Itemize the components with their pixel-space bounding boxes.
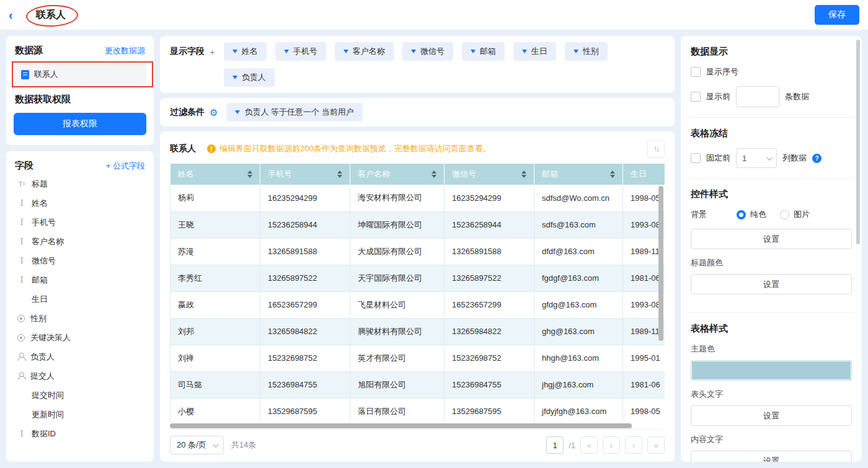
save-button[interactable]: 保存 xyxy=(815,5,859,25)
page-size-select[interactable]: 20 条/页 xyxy=(170,436,224,454)
current-page-input[interactable]: 1 xyxy=(546,436,564,454)
field-item[interactable]: 提交人 xyxy=(14,366,146,386)
display-field-chip[interactable]: 负责人 xyxy=(224,68,275,87)
datasource-item-label: 联系人 xyxy=(34,69,58,80)
field-item[interactable]: 生日 xyxy=(14,289,146,309)
field-item[interactable]: 关键决策人 xyxy=(14,328,146,347)
table-row: 刘邦13265984822腾骏材料有限公司13265984822ghg@163.… xyxy=(170,318,665,345)
help-icon[interactable]: ? xyxy=(812,154,822,163)
sort-icon[interactable] xyxy=(521,170,526,179)
table-cell: 13265984822 xyxy=(260,318,350,345)
sort-icon[interactable] xyxy=(247,170,252,179)
back-icon[interactable]: ‹ xyxy=(9,9,24,21)
display-field-chip[interactable]: 姓名 xyxy=(224,42,267,61)
title-color-set-button[interactable]: 设置 xyxy=(691,274,852,294)
column-header-inner: 手机号 xyxy=(268,169,342,180)
reorder-button[interactable]: ↑↓ xyxy=(647,140,665,157)
show-first-input[interactable] xyxy=(736,86,779,107)
field-item[interactable]: 数据ID xyxy=(14,424,146,443)
display-field-chip[interactable]: 性别 xyxy=(565,42,608,61)
freeze-suffix: 列数据 xyxy=(782,152,807,164)
field-item[interactable]: 姓名 xyxy=(14,193,146,213)
column-header-inner: 生日 xyxy=(631,169,665,180)
column-header[interactable]: 客户名称 xyxy=(350,164,445,185)
field-item[interactable]: 更新时间 xyxy=(14,405,146,424)
sort-icon[interactable] xyxy=(610,170,615,179)
content-text-set-button[interactable]: 设置 xyxy=(691,451,852,462)
table-row: 司马懿15236984755旭阳有限公司15236984755jhgj@163.… xyxy=(170,371,665,398)
field-item[interactable]: 微信号 xyxy=(14,251,146,270)
display-field-chip[interactable]: 手机号 xyxy=(275,42,326,61)
prev-page-button[interactable]: ‹ xyxy=(603,436,620,454)
field-item[interactable]: 手机号 xyxy=(14,213,146,232)
freeze-checkbox[interactable] xyxy=(691,153,701,163)
table-cell: 司马懿 xyxy=(170,371,260,398)
add-display-field-button[interactable]: + xyxy=(210,46,215,57)
fields-panel: 字段 + 公式字段 标题姓名手机号客户名称微信号邮箱生日性别关键决策人负责人提交… xyxy=(6,151,154,462)
display-field-chip[interactable]: 微信号 xyxy=(402,42,453,61)
column-header[interactable]: 生日 xyxy=(623,164,665,185)
column-header[interactable]: 微信号 xyxy=(445,164,534,185)
freeze-title: 表格冻结 xyxy=(691,128,852,139)
chevron-down-icon xyxy=(766,154,773,161)
column-header[interactable]: 邮箱 xyxy=(534,164,623,185)
text-icon xyxy=(17,237,26,246)
display-field-chip[interactable]: 生日 xyxy=(513,42,556,61)
chevron-down-icon xyxy=(213,441,219,448)
table-row: 王晓15236258944坤曜国际有限公司15236258944sdfs@163… xyxy=(170,211,665,238)
freeze-count-select[interactable]: 1 xyxy=(736,148,777,168)
field-item[interactable]: 客户名称 xyxy=(14,232,146,251)
field-item[interactable]: 标题 xyxy=(14,174,146,193)
table-cell: 李秀红 xyxy=(170,265,260,291)
report-permission-button[interactable]: 报表权限 xyxy=(14,113,146,135)
table-cell: 天宇国际有限公司 xyxy=(350,265,445,291)
column-header[interactable]: 姓名 xyxy=(170,164,260,185)
panel-scrollbar[interactable] xyxy=(856,40,860,244)
horizontal-scrollbar[interactable] xyxy=(170,423,632,428)
sort-icon[interactable] xyxy=(337,170,342,179)
header-text-label: 表头文字 xyxy=(691,389,852,400)
display-field-chip[interactable]: 客户名称 xyxy=(335,42,394,61)
pagination-bar: 20 条/页 共14条 1 /1 « ‹ › » xyxy=(170,429,665,462)
chip-label: 性别 xyxy=(583,46,599,57)
table-cell: jfdyjfgh@163.com xyxy=(534,398,623,422)
field-item[interactable]: 性别 xyxy=(14,309,146,328)
field-item[interactable]: 邮箱 xyxy=(14,270,146,289)
last-page-button[interactable]: » xyxy=(647,436,665,454)
sort-icon[interactable] xyxy=(432,170,436,179)
theme-color-swatch[interactable] xyxy=(691,360,852,381)
add-formula-field-link[interactable]: + 公式字段 xyxy=(106,161,145,172)
datasource-item[interactable]: 联系人 xyxy=(14,64,146,85)
background-label: 背景 xyxy=(691,209,723,220)
display-fields-panel: 显示字段 + 姓名手机号客户名称微信号邮箱生日性别负责人 xyxy=(160,36,675,93)
table-cell: jhgj@163.com xyxy=(534,371,623,398)
bg-solid-option[interactable]: 纯色 xyxy=(737,209,766,220)
gear-icon[interactable]: ⚙ xyxy=(210,108,218,117)
table-cell: sdfs@163.com xyxy=(534,211,623,238)
background-set-button[interactable]: 设置 xyxy=(691,229,852,249)
person-icon xyxy=(17,353,25,361)
next-page-button[interactable]: › xyxy=(625,436,642,454)
vertical-scrollbar[interactable] xyxy=(658,186,663,341)
bg-image-option[interactable]: 图片 xyxy=(780,209,810,220)
column-header[interactable]: 手机号 xyxy=(260,164,350,185)
divider xyxy=(688,178,854,179)
chevron-down-icon xyxy=(232,50,237,53)
display-field-chip[interactable]: 邮箱 xyxy=(462,42,505,61)
show-index-checkbox[interactable] xyxy=(691,67,701,77)
field-item[interactable]: 负责人 xyxy=(14,347,146,366)
header-text-set-button[interactable]: 设置 xyxy=(691,405,852,426)
field-item-label: 微信号 xyxy=(32,255,56,267)
chip-label: 客户名称 xyxy=(353,46,385,57)
theme-color-label: 主题色 xyxy=(691,343,852,355)
first-page-button[interactable]: « xyxy=(580,436,598,454)
table-cell: 刘邦 xyxy=(170,318,260,345)
change-datasource-link[interactable]: 更改数据源 xyxy=(105,45,145,56)
text-icon xyxy=(17,218,26,227)
table-cell: 13265984822 xyxy=(445,318,534,345)
chip-label: 负责人 xyxy=(242,72,266,83)
content-text-label: 内容文字 xyxy=(691,434,852,445)
show-first-checkbox[interactable] xyxy=(691,92,701,102)
filter-condition-chip[interactable]: 负责人 等于任意一个 当前用户 xyxy=(226,103,362,121)
field-item[interactable]: 提交时间 xyxy=(14,386,146,405)
